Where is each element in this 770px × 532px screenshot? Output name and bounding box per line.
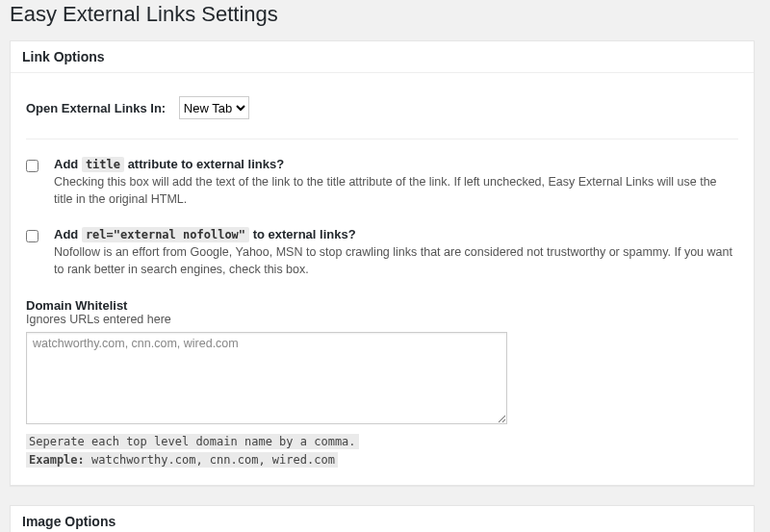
- rel-attribute-desc: Nofollow is an effort from Google, Yahoo…: [54, 243, 738, 278]
- whitelist-textarea[interactable]: [26, 332, 507, 424]
- open-in-label: Open External Links In:: [26, 101, 166, 115]
- rel-code: rel="external nofollow": [82, 227, 249, 242]
- open-in-select[interactable]: New Tab: [179, 96, 249, 119]
- rel-attribute-checkbox[interactable]: [26, 230, 38, 242]
- whitelist-note: Seperate each top level domain name by a…: [26, 433, 738, 469]
- rel-attribute-label: Add rel="external nofollow" to external …: [54, 227, 738, 241]
- open-external-links-row: Open External Links In: New Tab: [26, 96, 738, 119]
- image-options-box: Image Options If you want to display an …: [10, 505, 755, 532]
- rel-attribute-row: Add rel="external nofollow" to external …: [26, 227, 738, 278]
- whitelist-label: Domain Whitelist: [26, 298, 738, 313]
- title-attribute-desc: Checking this box will add the text of t…: [54, 173, 738, 208]
- page-title: Easy External Links Settings: [10, 2, 755, 27]
- title-attribute-row: Add title attribute to external links? C…: [26, 157, 738, 208]
- title-attribute-checkbox[interactable]: [26, 160, 38, 172]
- whitelist-sub: Ignores URLs entered here: [26, 313, 738, 326]
- title-code: title: [82, 157, 124, 172]
- image-options-heading: Image Options: [11, 506, 754, 532]
- title-attribute-label: Add title attribute to external links?: [54, 157, 738, 171]
- link-options-heading: Link Options: [11, 41, 754, 73]
- link-options-box: Link Options Open External Links In: New…: [10, 40, 755, 486]
- divider: [26, 139, 738, 139]
